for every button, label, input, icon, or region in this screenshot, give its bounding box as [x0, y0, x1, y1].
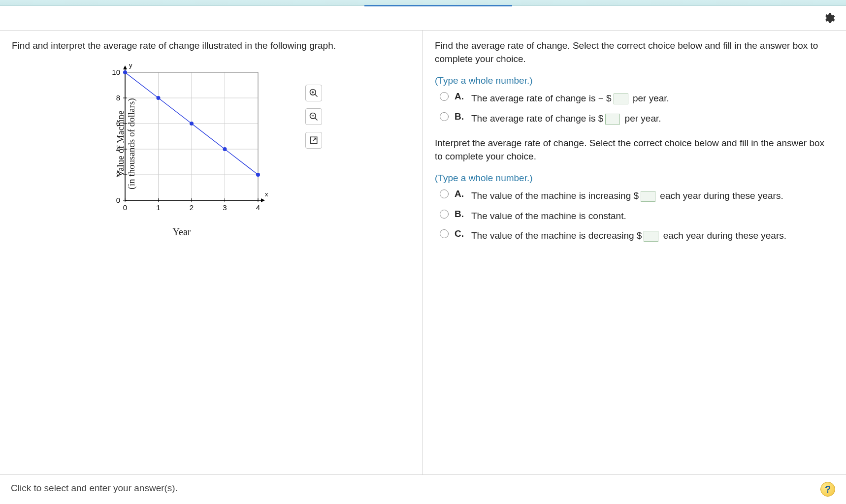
choice-text: The value of the machine is decreasing $…	[471, 228, 786, 243]
x-axis-label: Year	[105, 226, 258, 238]
main-area: Find and interpret the average rate of c…	[0, 31, 846, 474]
chart-container: Value of Machine (in thousands of dollar…	[96, 63, 408, 238]
radio-button[interactable]	[440, 210, 449, 219]
question-text: Find and interpret the average rate of c…	[12, 39, 408, 53]
choice-label: A.	[455, 189, 465, 199]
left-panel: Find and interpret the average rate of c…	[0, 31, 423, 474]
svg-point-41	[223, 147, 227, 151]
radio-button[interactable]	[440, 92, 449, 101]
answer-input[interactable]	[605, 114, 620, 125]
choice-label: C.	[455, 228, 465, 239]
right-panel: Find the average rate of change. Select …	[423, 31, 846, 474]
answer-input[interactable]	[614, 94, 628, 104]
radio-button[interactable]	[440, 229, 449, 238]
choice-label: B.	[455, 209, 465, 220]
q1-choice-a: A. The average rate of change is − $ per…	[440, 91, 831, 106]
help-icon[interactable]: ?	[820, 482, 835, 497]
choice-text: The value of the machine is increasing $…	[471, 189, 783, 203]
popout-icon[interactable]	[305, 132, 322, 149]
choice-text: The value of the machine is constant.	[471, 209, 626, 223]
zoom-out-icon[interactable]	[305, 108, 322, 125]
toolbar-row	[0, 6, 846, 31]
svg-text:x: x	[265, 190, 268, 198]
choice-text: The average rate of change is $ per year…	[471, 111, 661, 126]
svg-text:3: 3	[223, 203, 227, 212]
footer: Click to select and enter your answer(s)…	[0, 474, 846, 504]
prompt-2: Interpret the average rate of change. Se…	[435, 137, 831, 163]
svg-text:10: 10	[112, 68, 120, 76]
top-bar	[0, 0, 846, 6]
svg-line-44	[315, 94, 318, 97]
svg-point-39	[157, 96, 161, 100]
q2-choice-b: B. The value of the machine is constant.	[440, 209, 831, 223]
svg-text:2: 2	[190, 203, 194, 212]
svg-point-40	[190, 122, 194, 126]
svg-point-42	[256, 173, 260, 177]
svg-point-38	[123, 70, 127, 74]
gear-icon[interactable]	[822, 12, 835, 27]
choice-label: A.	[455, 91, 465, 102]
radio-button[interactable]	[440, 189, 449, 198]
q1-choice-b: B. The average rate of change is $ per y…	[440, 111, 831, 126]
choice-text: The average rate of change is − $ per ye…	[471, 91, 669, 106]
q2-choice-c: C. The value of the machine is decreasin…	[440, 228, 831, 243]
answer-input[interactable]	[641, 191, 655, 202]
svg-text:4: 4	[256, 203, 260, 212]
footer-text: Click to select and enter your answer(s)…	[11, 483, 178, 493]
hint-2: (Type a whole number.)	[435, 173, 831, 184]
choice-label: B.	[455, 111, 465, 122]
svg-line-48	[315, 118, 318, 121]
zoom-in-icon[interactable]	[305, 85, 322, 101]
chart-tools	[305, 85, 322, 149]
y-axis-label: Value of Machine (in thousands of dollar…	[115, 82, 137, 205]
hint-1: (Type a whole number.)	[435, 75, 831, 86]
answer-input[interactable]	[644, 231, 658, 242]
svg-text:y: y	[129, 63, 132, 69]
svg-text:1: 1	[156, 203, 160, 212]
radio-button[interactable]	[440, 112, 449, 121]
prompt-1: Find the average rate of change. Select …	[435, 39, 831, 65]
q2-choice-a: A. The value of the machine is increasin…	[440, 189, 831, 203]
